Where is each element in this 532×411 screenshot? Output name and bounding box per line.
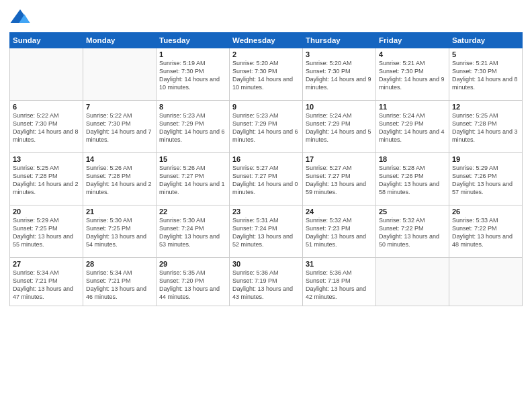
day-number: 11	[379, 103, 446, 111]
header	[9, 7, 523, 28]
day-info: Sunrise: 5:21 AM Sunset: 7:30 PM Dayligh…	[379, 59, 446, 92]
day-info: Sunrise: 5:32 AM Sunset: 7:23 PM Dayligh…	[306, 216, 373, 249]
weekday-header-wednesday: Wednesday	[230, 33, 303, 48]
day-number: 16	[232, 155, 300, 163]
day-number: 28	[86, 260, 153, 268]
calendar-cell: 30Sunrise: 5:36 AM Sunset: 7:19 PM Dayli…	[230, 258, 303, 306]
day-number: 9	[232, 103, 300, 111]
week-row-3: 20Sunrise: 5:29 AM Sunset: 7:25 PM Dayli…	[10, 205, 523, 258]
day-info: Sunrise: 5:29 AM Sunset: 7:26 PM Dayligh…	[452, 164, 519, 197]
day-number: 14	[86, 155, 153, 163]
calendar: SundayMondayTuesdayWednesdayThursdayFrid…	[9, 32, 523, 306]
day-number: 2	[232, 50, 300, 58]
day-number: 22	[159, 208, 226, 216]
day-info: Sunrise: 5:34 AM Sunset: 7:21 PM Dayligh…	[86, 269, 153, 302]
calendar-cell: 15Sunrise: 5:26 AM Sunset: 7:27 PM Dayli…	[157, 153, 230, 205]
day-info: Sunrise: 5:35 AM Sunset: 7:20 PM Dayligh…	[159, 269, 226, 302]
day-info: Sunrise: 5:32 AM Sunset: 7:22 PM Dayligh…	[379, 216, 446, 249]
weekday-header-row: SundayMondayTuesdayWednesdayThursdayFrid…	[10, 33, 523, 48]
week-row-1: 6Sunrise: 5:22 AM Sunset: 7:30 PM Daylig…	[10, 101, 523, 153]
calendar-cell: 16Sunrise: 5:27 AM Sunset: 7:27 PM Dayli…	[230, 153, 303, 205]
calendar-cell: 14Sunrise: 5:26 AM Sunset: 7:28 PM Dayli…	[83, 153, 157, 205]
day-info: Sunrise: 5:26 AM Sunset: 7:27 PM Dayligh…	[159, 164, 226, 197]
day-info: Sunrise: 5:29 AM Sunset: 7:25 PM Dayligh…	[13, 216, 80, 249]
calendar-cell: 1Sunrise: 5:19 AM Sunset: 7:30 PM Daylig…	[157, 48, 230, 101]
calendar-cell: 4Sunrise: 5:21 AM Sunset: 7:30 PM Daylig…	[376, 48, 449, 101]
day-info: Sunrise: 5:24 AM Sunset: 7:29 PM Dayligh…	[306, 111, 373, 144]
day-info: Sunrise: 5:33 AM Sunset: 7:22 PM Dayligh…	[452, 216, 519, 249]
day-number: 31	[306, 260, 373, 268]
day-info: Sunrise: 5:25 AM Sunset: 7:28 PM Dayligh…	[13, 164, 80, 197]
day-info: Sunrise: 5:28 AM Sunset: 7:26 PM Dayligh…	[379, 164, 446, 197]
day-info: Sunrise: 5:25 AM Sunset: 7:28 PM Dayligh…	[452, 111, 519, 144]
day-info: Sunrise: 5:31 AM Sunset: 7:24 PM Dayligh…	[232, 216, 300, 249]
day-number: 25	[379, 208, 446, 216]
logo-icon	[9, 7, 31, 28]
calendar-cell: 20Sunrise: 5:29 AM Sunset: 7:25 PM Dayli…	[10, 205, 83, 258]
calendar-cell: 22Sunrise: 5:30 AM Sunset: 7:24 PM Dayli…	[157, 205, 230, 258]
day-number: 20	[13, 208, 80, 216]
day-number: 27	[13, 260, 80, 268]
page: SundayMondayTuesdayWednesdayThursdayFrid…	[0, 0, 532, 411]
day-info: Sunrise: 5:22 AM Sunset: 7:30 PM Dayligh…	[86, 111, 153, 144]
day-info: Sunrise: 5:36 AM Sunset: 7:18 PM Dayligh…	[306, 269, 373, 302]
calendar-cell: 23Sunrise: 5:31 AM Sunset: 7:24 PM Dayli…	[230, 205, 303, 258]
day-number: 6	[13, 103, 80, 111]
weekday-header-thursday: Thursday	[303, 33, 376, 48]
day-number: 15	[159, 155, 226, 163]
day-info: Sunrise: 5:30 AM Sunset: 7:25 PM Dayligh…	[86, 216, 153, 249]
calendar-cell	[83, 48, 157, 101]
day-number: 30	[232, 260, 300, 268]
calendar-cell: 2Sunrise: 5:20 AM Sunset: 7:30 PM Daylig…	[230, 48, 303, 101]
calendar-cell: 29Sunrise: 5:35 AM Sunset: 7:20 PM Dayli…	[157, 258, 230, 306]
calendar-cell: 12Sunrise: 5:25 AM Sunset: 7:28 PM Dayli…	[449, 101, 523, 153]
logo	[9, 7, 34, 28]
day-number: 26	[452, 208, 519, 216]
calendar-cell: 17Sunrise: 5:27 AM Sunset: 7:27 PM Dayli…	[303, 153, 376, 205]
calendar-cell: 13Sunrise: 5:25 AM Sunset: 7:28 PM Dayli…	[10, 153, 83, 205]
calendar-cell: 8Sunrise: 5:23 AM Sunset: 7:29 PM Daylig…	[157, 101, 230, 153]
day-info: Sunrise: 5:30 AM Sunset: 7:24 PM Dayligh…	[159, 216, 226, 249]
day-number: 3	[306, 50, 373, 58]
day-info: Sunrise: 5:20 AM Sunset: 7:30 PM Dayligh…	[232, 59, 300, 92]
weekday-header-monday: Monday	[83, 33, 157, 48]
week-row-2: 13Sunrise: 5:25 AM Sunset: 7:28 PM Dayli…	[10, 153, 523, 205]
day-number: 29	[159, 260, 226, 268]
week-row-0: 1Sunrise: 5:19 AM Sunset: 7:30 PM Daylig…	[10, 48, 523, 101]
weekday-header-friday: Friday	[376, 33, 449, 48]
day-number: 18	[379, 155, 446, 163]
day-number: 24	[306, 208, 373, 216]
calendar-cell: 24Sunrise: 5:32 AM Sunset: 7:23 PM Dayli…	[303, 205, 376, 258]
week-row-4: 27Sunrise: 5:34 AM Sunset: 7:21 PM Dayli…	[10, 258, 523, 306]
calendar-cell: 5Sunrise: 5:21 AM Sunset: 7:30 PM Daylig…	[449, 48, 523, 101]
calendar-cell: 6Sunrise: 5:22 AM Sunset: 7:30 PM Daylig…	[10, 101, 83, 153]
day-number: 4	[379, 50, 446, 58]
calendar-cell: 11Sunrise: 5:24 AM Sunset: 7:29 PM Dayli…	[376, 101, 449, 153]
calendar-cell: 21Sunrise: 5:30 AM Sunset: 7:25 PM Dayli…	[83, 205, 157, 258]
day-number: 21	[86, 208, 153, 216]
day-info: Sunrise: 5:22 AM Sunset: 7:30 PM Dayligh…	[13, 111, 80, 144]
day-number: 5	[452, 50, 519, 58]
day-info: Sunrise: 5:21 AM Sunset: 7:30 PM Dayligh…	[452, 59, 519, 92]
calendar-cell: 9Sunrise: 5:23 AM Sunset: 7:29 PM Daylig…	[230, 101, 303, 153]
calendar-cell: 10Sunrise: 5:24 AM Sunset: 7:29 PM Dayli…	[303, 101, 376, 153]
day-info: Sunrise: 5:27 AM Sunset: 7:27 PM Dayligh…	[306, 164, 373, 197]
calendar-cell: 27Sunrise: 5:34 AM Sunset: 7:21 PM Dayli…	[10, 258, 83, 306]
calendar-cell	[10, 48, 83, 101]
calendar-cell: 19Sunrise: 5:29 AM Sunset: 7:26 PM Dayli…	[449, 153, 523, 205]
day-info: Sunrise: 5:24 AM Sunset: 7:29 PM Dayligh…	[379, 111, 446, 144]
day-number: 13	[13, 155, 80, 163]
calendar-cell	[449, 258, 523, 306]
day-number: 7	[86, 103, 153, 111]
day-number: 1	[159, 50, 226, 58]
calendar-cell: 28Sunrise: 5:34 AM Sunset: 7:21 PM Dayli…	[83, 258, 157, 306]
day-info: Sunrise: 5:20 AM Sunset: 7:30 PM Dayligh…	[306, 59, 373, 92]
day-number: 23	[232, 208, 300, 216]
calendar-cell: 18Sunrise: 5:28 AM Sunset: 7:26 PM Dayli…	[376, 153, 449, 205]
calendar-cell	[376, 258, 449, 306]
weekday-header-saturday: Saturday	[449, 33, 523, 48]
day-number: 12	[452, 103, 519, 111]
calendar-cell: 25Sunrise: 5:32 AM Sunset: 7:22 PM Dayli…	[376, 205, 449, 258]
day-info: Sunrise: 5:27 AM Sunset: 7:27 PM Dayligh…	[232, 164, 300, 197]
day-info: Sunrise: 5:19 AM Sunset: 7:30 PM Dayligh…	[159, 59, 226, 92]
